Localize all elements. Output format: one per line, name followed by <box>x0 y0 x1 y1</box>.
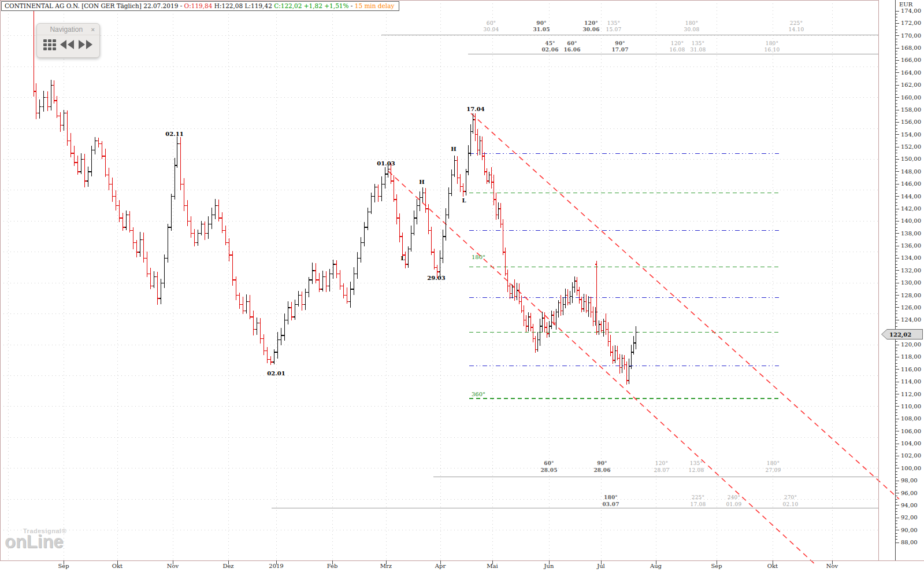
gann-date-label: 17.08 <box>691 501 706 507</box>
time-axis-label: Mai <box>487 563 498 569</box>
price-axis-label: 104,00 <box>901 440 921 446</box>
gann-angle-label: 60° <box>544 460 554 466</box>
tradesignal-online-wordmark: onLine <box>5 534 66 549</box>
scroll-forward-button[interactable] <box>77 39 94 53</box>
navigation-panel-header[interactable]: Navigation × <box>37 24 99 35</box>
chart-annotation: 17.04 <box>466 106 484 112</box>
title-separator: - <box>348 2 354 9</box>
price-axis-label: 166,00 <box>901 57 921 63</box>
price-axis-label: 98,00 <box>901 477 918 484</box>
gann-date-label: 28.07 <box>654 467 670 473</box>
time-axis-label: Sep <box>58 563 69 569</box>
chart-annotation: H <box>451 146 456 152</box>
gann-date-label: 02.06 <box>541 47 558 53</box>
rewind-icon <box>60 40 74 49</box>
time-axis-label: Apr <box>435 563 446 569</box>
price-axis-label: 130,00 <box>901 279 921 286</box>
gann-date-label: 30.06 <box>582 27 599 32</box>
price-axis-label: 118,00 <box>901 353 921 360</box>
gann-angle-label: 225° <box>692 494 704 500</box>
gann-level-label: 360° <box>472 391 485 397</box>
gann-date-label: 15.07 <box>606 27 622 32</box>
price-axis-label: 136,00 <box>901 242 921 249</box>
price-axis-label: 124,00 <box>901 316 921 323</box>
gann-date-label: 28.05 <box>540 467 557 473</box>
price-axis-label: 92,00 <box>901 514 918 521</box>
scroll-back-button[interactable] <box>59 39 75 53</box>
gann-date-label: 12.08 <box>689 467 704 473</box>
title-open: O:119,84 <box>184 2 213 9</box>
price-chart[interactable] <box>0 0 924 572</box>
time-axis-label: Sep <box>711 563 722 569</box>
gann-angle-label: 90° <box>615 40 625 46</box>
chart-annotation: 02.11 <box>165 131 183 137</box>
price-axis-currency: EUR <box>899 1 912 8</box>
gann-date-label: 16.08 <box>670 47 685 53</box>
price-axis-label: 158,00 <box>901 106 921 113</box>
navigation-title: Navigation <box>43 25 90 34</box>
last-price-value: 122,02 <box>881 329 923 339</box>
gann-angle-label: 225° <box>790 20 803 26</box>
gann-date-label: 16.06 <box>563 47 580 53</box>
close-icon[interactable]: × <box>90 26 96 33</box>
price-axis-label: 152,00 <box>901 143 921 150</box>
fast-forward-icon <box>79 40 92 49</box>
chart-annotation: L <box>400 255 405 261</box>
chart-annotation: L <box>462 197 466 204</box>
grid-view-button[interactable] <box>43 38 57 53</box>
navigation-panel[interactable]: Navigation × <box>36 23 100 58</box>
price-axis-label: 112,00 <box>901 391 921 397</box>
title-high-low: H:122,08 L:119,42 <box>212 2 274 9</box>
time-axis-label: Aug <box>650 563 662 569</box>
price-axis-label: 154,00 <box>901 131 921 138</box>
gann-angle-label: 270° <box>784 494 797 500</box>
price-axis-label: 138,00 <box>901 230 921 237</box>
time-axis-label: Nov <box>826 563 838 569</box>
gann-level-label: 180° <box>472 254 485 260</box>
price-axis-label: 108,00 <box>901 415 921 422</box>
price-axis-label: 132,00 <box>901 267 921 274</box>
gann-angle-label: 90° <box>536 20 547 26</box>
gann-date-label: 17.07 <box>611 47 628 53</box>
gann-angle-label: 90° <box>597 460 607 466</box>
gann-angle-label: 45° <box>545 40 555 46</box>
price-axis-label: 110,00 <box>901 403 921 409</box>
price-axis-label: 160,00 <box>901 94 921 101</box>
chart-annotation: 29.03 <box>427 275 445 281</box>
time-axis-label: Nov <box>167 563 179 569</box>
time-axis-label: Okt <box>112 563 123 569</box>
price-axis-label: 90,00 <box>901 527 918 533</box>
gann-date-label: 28.06 <box>593 467 610 473</box>
price-axis-label: 140,00 <box>901 217 921 224</box>
price-axis-label: 164,00 <box>901 69 921 76</box>
gann-angle-label: 135° <box>692 40 704 46</box>
gann-angle-label: 120° <box>584 20 598 26</box>
gann-angle-label: 135° <box>607 20 620 26</box>
price-axis-label: 88,00 <box>901 539 918 545</box>
chart-window: CONTINENTAL AG O.N. [CON GER Täglich] 22… <box>0 0 924 572</box>
gann-angle-label: 180° <box>685 20 698 26</box>
time-axis-label: Jul <box>597 563 605 569</box>
tradesignal-logo: Tradesignal® onLine <box>5 527 66 549</box>
price-axis-label: 126,00 <box>901 304 921 311</box>
gann-date-label: 01.09 <box>726 501 742 507</box>
price-axis-label: 106,00 <box>901 428 921 434</box>
chart-annotation: H <box>419 179 424 185</box>
price-axis-label: 172,00 <box>901 20 921 26</box>
price-axis-label: 146,00 <box>901 180 921 187</box>
price-axis-label: 144,00 <box>901 193 921 200</box>
price-axis-label: 116,00 <box>901 366 921 372</box>
title-delay: 15 min delay <box>355 2 395 9</box>
gann-date-label: 16.10 <box>765 47 780 53</box>
price-axis-label: 142,00 <box>901 205 921 212</box>
gann-angle-label: 180° <box>766 40 778 46</box>
time-axis-label: Jun <box>544 563 554 569</box>
price-axis-label: 120,00 <box>901 341 921 348</box>
time-axis-label: 2019 <box>269 563 283 569</box>
price-axis-label: 94,00 <box>901 502 918 508</box>
gann-angle-label: 120° <box>655 460 668 466</box>
time-axis-label: Mrz <box>380 563 392 569</box>
gann-date-label: 27.09 <box>766 467 781 473</box>
gann-angle-label: 240° <box>728 494 740 500</box>
price-axis-label: 96,00 <box>901 490 918 496</box>
